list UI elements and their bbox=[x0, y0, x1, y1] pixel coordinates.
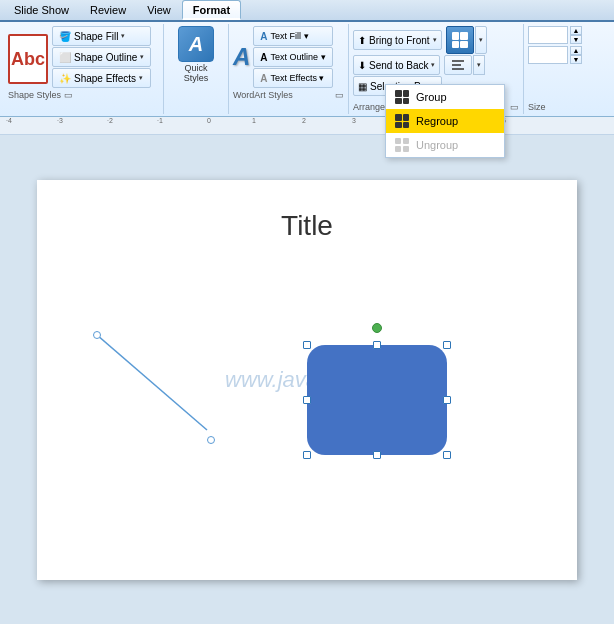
line-shape[interactable] bbox=[97, 335, 227, 440]
selection-pane-icon: ▦ bbox=[358, 81, 367, 92]
handle-bottom-middle[interactable] bbox=[373, 451, 381, 459]
line-svg bbox=[97, 335, 227, 440]
text-fill-icon: A bbox=[260, 31, 267, 42]
height-input[interactable] bbox=[528, 26, 568, 44]
group-controls: ▾ bbox=[446, 26, 487, 54]
tab-review[interactable]: Review bbox=[80, 0, 136, 20]
align-icon bbox=[451, 59, 465, 71]
group-icon-button[interactable] bbox=[446, 26, 474, 54]
ruler-marks: ·4 ·3 ·2 ·1 0 1 2 3 4 5 6 bbox=[2, 117, 612, 134]
width-arrows: ▲ ▼ bbox=[570, 46, 582, 64]
regroup-menu-icon bbox=[394, 113, 410, 129]
size-spinners: ▲ ▼ ▲ ▼ bbox=[528, 26, 590, 102]
align-controls: ▾ bbox=[444, 55, 485, 75]
quick-styles-label: QuickStyles bbox=[184, 63, 209, 83]
expand-shape-styles-icon[interactable]: ▭ bbox=[64, 90, 73, 100]
wordart-effects-button[interactable]: A Text Effects ▾ bbox=[253, 68, 332, 88]
chevron-outline-icon: ▾ bbox=[140, 53, 144, 61]
send-to-back-row: ⬇ Send to Back ▾ ▾ bbox=[353, 55, 519, 75]
expand-wordart-icon[interactable]: ▭ bbox=[335, 90, 344, 100]
line-endpoint-start[interactable] bbox=[93, 331, 101, 339]
bring-front-icon: ⬆ bbox=[358, 35, 366, 46]
ruler: ·4 ·3 ·2 ·1 0 1 2 3 4 5 6 bbox=[0, 117, 614, 135]
quick-styles-icon: A bbox=[178, 26, 214, 62]
tab-bar: Slide Show Review View Format bbox=[0, 0, 614, 22]
align-button[interactable] bbox=[444, 55, 472, 75]
ungroup-menu-item: Ungroup bbox=[386, 133, 504, 157]
handle-bottom-right[interactable] bbox=[443, 451, 451, 459]
chevron-send-icon: ▾ bbox=[431, 61, 435, 69]
bring-to-front-row: ⬆ Bring to Front ▾ ▾ bbox=[353, 26, 519, 54]
width-up-arrow[interactable]: ▲ bbox=[570, 46, 582, 55]
wordart-group: A A Text Fill ▾ A Text Outline ▾ A Text … bbox=[229, 24, 349, 114]
size-label: Size bbox=[528, 102, 590, 112]
rounded-rect-shape[interactable] bbox=[307, 345, 447, 455]
chevron-fill-icon: ▾ bbox=[121, 32, 125, 40]
handle-bottom-left[interactable] bbox=[303, 451, 311, 459]
slide-area: Title www.java2s.com bbox=[0, 135, 614, 624]
send-back-icon: ⬇ bbox=[358, 60, 366, 71]
wordart-fill-button[interactable]: A Text Fill ▾ bbox=[253, 26, 332, 46]
tab-format[interactable]: Format bbox=[182, 0, 241, 20]
shape-styles-content: Abc 🪣 Shape Fill ▾ ⬜ Shape Outline ▾ ✨ S… bbox=[8, 26, 159, 88]
chevron-effects-icon: ▾ bbox=[139, 74, 143, 82]
group-dropdown-menu: Group Regroup Ungroup bbox=[385, 84, 505, 158]
ungroup-menu-icon bbox=[394, 137, 410, 153]
shape-btn-col: 🪣 Shape Fill ▾ ⬜ Shape Outline ▾ ✨ Shape… bbox=[52, 26, 151, 88]
align-dropdown-arrow[interactable]: ▾ bbox=[473, 55, 485, 75]
text-effects-icon: A bbox=[260, 73, 267, 84]
size-group: ▲ ▼ ▲ ▼ Size bbox=[524, 24, 594, 114]
width-input[interactable] bbox=[528, 46, 568, 64]
height-arrows: ▲ ▼ bbox=[570, 26, 582, 44]
fill-icon: 🪣 bbox=[59, 31, 71, 42]
group-chevron-icon: ▾ bbox=[479, 36, 483, 44]
abc-style-box[interactable]: Abc bbox=[8, 34, 48, 84]
handle-top-right[interactable] bbox=[443, 341, 451, 349]
align-chevron-icon: ▾ bbox=[477, 61, 481, 69]
effects-icon: ✨ bbox=[59, 73, 71, 84]
group-dropdown-arrow[interactable]: ▾ bbox=[475, 26, 487, 54]
handle-middle-left[interactable] bbox=[303, 396, 311, 404]
chevron-bring-icon: ▾ bbox=[433, 36, 437, 44]
tab-view[interactable]: View bbox=[137, 0, 181, 20]
send-to-back-button[interactable]: ⬇ Send to Back ▾ bbox=[353, 55, 440, 75]
width-down-arrow[interactable]: ▼ bbox=[570, 55, 582, 64]
shape-styles-label: Shape Styles ▭ bbox=[8, 90, 159, 100]
handle-top-left[interactable] bbox=[303, 341, 311, 349]
slide-title: Title bbox=[37, 210, 577, 242]
regroup-menu-item[interactable]: Regroup bbox=[386, 109, 504, 133]
height-spinner: ▲ ▼ bbox=[528, 26, 590, 44]
group-menu-icon bbox=[394, 89, 410, 105]
tab-slide-show[interactable]: Slide Show bbox=[4, 0, 79, 20]
line-endpoint-end[interactable] bbox=[207, 436, 215, 444]
handle-top-middle[interactable] bbox=[373, 341, 381, 349]
handle-rotate[interactable] bbox=[372, 323, 382, 333]
shape-effects-button[interactable]: ✨ Shape Effects ▾ bbox=[52, 68, 151, 88]
expand-arrange-icon[interactable]: ▭ bbox=[510, 102, 519, 112]
wordart-outline-button[interactable]: A Text Outline ▾ bbox=[253, 47, 332, 67]
bring-to-front-button[interactable]: ⬆ Bring to Front ▾ bbox=[353, 30, 442, 50]
ribbon: Abc 🪣 Shape Fill ▾ ⬜ Shape Outline ▾ ✨ S… bbox=[0, 22, 614, 117]
wordart-label: WordArt Styles ▭ bbox=[233, 90, 344, 100]
svg-line-3 bbox=[97, 335, 207, 430]
wordart-content: A A Text Fill ▾ A Text Outline ▾ A Text … bbox=[233, 26, 344, 88]
quick-styles-group: A QuickStyles bbox=[164, 24, 229, 114]
text-outline-icon: A bbox=[260, 52, 267, 63]
quick-styles-button[interactable]: A QuickStyles bbox=[170, 26, 222, 83]
shape-outline-button[interactable]: ⬜ Shape Outline ▾ bbox=[52, 47, 151, 67]
height-up-arrow[interactable]: ▲ bbox=[570, 26, 582, 35]
width-spinner: ▲ ▼ bbox=[528, 46, 590, 64]
shape-styles-group: Abc 🪣 Shape Fill ▾ ⬜ Shape Outline ▾ ✨ S… bbox=[4, 24, 164, 114]
shape-fill-button[interactable]: 🪣 Shape Fill ▾ bbox=[52, 26, 151, 46]
wordart-a-icon[interactable]: A bbox=[233, 43, 250, 71]
slide[interactable]: Title www.java2s.com bbox=[37, 180, 577, 580]
handle-middle-right[interactable] bbox=[443, 396, 451, 404]
group-menu-item[interactable]: Group bbox=[386, 85, 504, 109]
height-down-arrow[interactable]: ▼ bbox=[570, 35, 582, 44]
outline-icon: ⬜ bbox=[59, 52, 71, 63]
